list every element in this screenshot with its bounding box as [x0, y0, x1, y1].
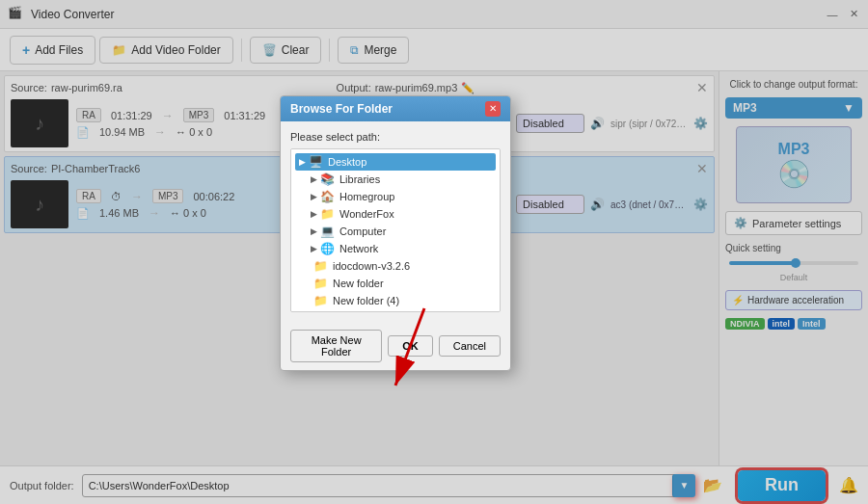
dialog-overlay: Browse For Folder ✕ Please select path: … [0, 0, 868, 504]
tree-arrow-computer: ▶ [311, 226, 317, 236]
tree-label-wonderfox: WonderFox [339, 208, 394, 220]
tree-arrow-libraries: ▶ [311, 174, 317, 184]
cancel-button[interactable]: Cancel [439, 335, 501, 357]
tree-item-idocdown[interactable]: 📁 idocdown-v3.2.6 [295, 257, 496, 275]
computer-icon: 💻 [320, 225, 335, 238]
ok-button[interactable]: OK [388, 335, 433, 357]
tree-item-newfolder4[interactable]: 📁 New folder (4) [295, 292, 496, 309]
tree-arrow-homegroup: ▶ [311, 192, 317, 201]
tree-label-homegroup: Homegroup [339, 191, 394, 202]
libraries-icon: 📚 [320, 172, 335, 186]
browse-folder-dialog: Browse For Folder ✕ Please select path: … [280, 95, 511, 371]
tree-item-label: Desktop [328, 156, 366, 168]
dialog-close-button[interactable]: ✕ [485, 101, 501, 117]
idocdown-icon: 📁 [313, 259, 328, 273]
tree-arrow-wonderfox: ▶ [311, 209, 317, 219]
tree-label-computer: Computer [339, 225, 386, 237]
wonderfox-icon: 📁 [320, 207, 335, 221]
dialog-title: Browse For Folder [290, 102, 393, 116]
dialog-body: Please select path: ▶ 🖥️ Desktop ▶ 📚 Lib… [281, 121, 510, 322]
tree-item-wonderfox[interactable]: ▶ 📁 WonderFox [295, 205, 496, 223]
dialog-instruction: Please select path: [290, 131, 501, 143]
dialog-title-bar: Browse For Folder ✕ [281, 96, 510, 121]
tree-arrow-network: ▶ [311, 244, 317, 253]
tree-item-libraries[interactable]: ▶ 📚 Libraries [295, 171, 496, 188]
tree-label-idocdown: idocdown-v3.2.6 [333, 260, 410, 272]
tree-label-network: Network [339, 243, 378, 254]
tree-item-computer[interactable]: ▶ 💻 Computer [295, 223, 496, 240]
homegroup-icon: 🏠 [320, 190, 335, 203]
desktop-icon: 🖥️ [309, 155, 323, 169]
newfolder-icon: 📁 [313, 277, 328, 290]
tree-label-newfolder: New folder [333, 278, 384, 289]
network-icon: 🌐 [320, 242, 335, 255]
tree-item-desktop[interactable]: ▶ 🖥️ Desktop [295, 153, 496, 171]
app-container: 🎬 Video Converter — ✕ + Add Files 📁 Add … [0, 0, 868, 504]
tree-item-network[interactable]: ▶ 🌐 Network [295, 240, 496, 257]
tree-item-homegroup[interactable]: ▶ 🏠 Homegroup [295, 188, 496, 205]
newfolder4-icon: 📁 [313, 294, 328, 307]
tree-item-newfolder[interactable]: 📁 New folder [295, 275, 496, 292]
folder-tree: ▶ 🖥️ Desktop ▶ 📚 Libraries ▶ 🏠 Homegroup [290, 148, 501, 312]
tree-label-newfolder4: New folder (4) [333, 295, 399, 306]
tree-label-libraries: Libraries [339, 173, 380, 185]
dialog-footer: Make New Folder OK Cancel [281, 322, 510, 370]
tree-expand-icon: ▶ [299, 157, 306, 167]
make-new-folder-button[interactable]: Make New Folder [290, 330, 382, 362]
